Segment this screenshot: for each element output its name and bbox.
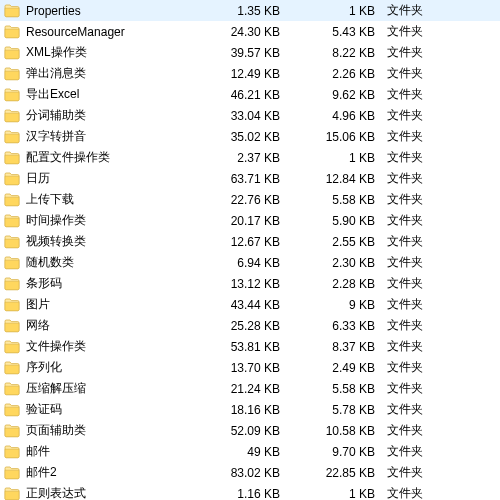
name-cell: 随机数类 [4,254,192,271]
file-row[interactable]: 分词辅助类33.04 KB4.96 KB文件夹 [0,105,500,126]
size-cell-2: 8.37 KB [292,340,387,354]
size-cell-1: 46.21 KB [192,88,292,102]
file-row[interactable]: 汉字转拼音35.02 KB15.06 KB文件夹 [0,126,500,147]
size-cell-1: 83.02 KB [192,466,292,480]
size-cell-2: 1 KB [292,4,387,18]
size-cell-1: 22.76 KB [192,193,292,207]
file-row[interactable]: 网络25.28 KB6.33 KB文件夹 [0,315,500,336]
file-row[interactable]: 序列化13.70 KB2.49 KB文件夹 [0,357,500,378]
size-cell-1: 12.67 KB [192,235,292,249]
type-cell: 文件夹 [387,275,457,292]
name-cell: 汉字转拼音 [4,128,192,145]
name-cell: 导出Excel [4,86,192,103]
file-row[interactable]: 压缩解压缩21.24 KB5.58 KB文件夹 [0,378,500,399]
file-name: 网络 [26,317,50,334]
size-cell-2: 1 KB [292,151,387,165]
file-row[interactable]: 上传下载22.76 KB5.58 KB文件夹 [0,189,500,210]
type-cell: 文件夹 [387,464,457,481]
type-cell: 文件夹 [387,2,457,19]
type-cell: 文件夹 [387,23,457,40]
name-cell: 页面辅助类 [4,422,192,439]
folder-icon [4,192,20,208]
file-row[interactable]: XML操作类39.57 KB8.22 KB文件夹 [0,42,500,63]
file-name: Properties [26,4,81,18]
type-cell: 文件夹 [387,65,457,82]
file-name: 压缩解压缩 [26,380,86,397]
file-row[interactable]: 文件操作类53.81 KB8.37 KB文件夹 [0,336,500,357]
size-cell-1: 13.70 KB [192,361,292,375]
size-cell-1: 33.04 KB [192,109,292,123]
file-row[interactable]: 弹出消息类12.49 KB2.26 KB文件夹 [0,63,500,84]
file-row[interactable]: 时间操作类20.17 KB5.90 KB文件夹 [0,210,500,231]
folder-icon [4,66,20,82]
type-cell: 文件夹 [387,191,457,208]
file-name: 验证码 [26,401,62,418]
file-row[interactable]: 正则表达式1.16 KB1 KB文件夹 [0,483,500,500]
file-row[interactable]: 导出Excel46.21 KB9.62 KB文件夹 [0,84,500,105]
folder-icon [4,45,20,61]
name-cell: 网络 [4,317,192,334]
file-row[interactable]: 视频转换类12.67 KB2.55 KB文件夹 [0,231,500,252]
folder-icon [4,3,20,19]
size-cell-2: 10.58 KB [292,424,387,438]
name-cell: 文件操作类 [4,338,192,355]
name-cell: 日历 [4,170,192,187]
file-name: 邮件2 [26,464,57,481]
size-cell-2: 9.70 KB [292,445,387,459]
name-cell: 配置文件操作类 [4,149,192,166]
type-cell: 文件夹 [387,296,457,313]
file-name: 时间操作类 [26,212,86,229]
folder-icon [4,381,20,397]
file-row[interactable]: 图片43.44 KB9 KB文件夹 [0,294,500,315]
name-cell: 视频转换类 [4,233,192,250]
size-cell-1: 35.02 KB [192,130,292,144]
size-cell-1: 18.16 KB [192,403,292,417]
folder-icon [4,297,20,313]
size-cell-1: 13.12 KB [192,277,292,291]
name-cell: Properties [4,3,192,19]
folder-icon [4,360,20,376]
folder-icon [4,234,20,250]
type-cell: 文件夹 [387,443,457,460]
size-cell-2: 9 KB [292,298,387,312]
file-row[interactable]: 邮件283.02 KB22.85 KB文件夹 [0,462,500,483]
type-cell: 文件夹 [387,86,457,103]
file-row[interactable]: ResourceManager24.30 KB5.43 KB文件夹 [0,21,500,42]
file-name: 汉字转拼音 [26,128,86,145]
file-row[interactable]: 条形码13.12 KB2.28 KB文件夹 [0,273,500,294]
size-cell-1: 63.71 KB [192,172,292,186]
file-name: ResourceManager [26,25,125,39]
size-cell-2: 4.96 KB [292,109,387,123]
folder-icon [4,255,20,271]
type-cell: 文件夹 [387,401,457,418]
type-cell: 文件夹 [387,44,457,61]
file-row[interactable]: 页面辅助类52.09 KB10.58 KB文件夹 [0,420,500,441]
size-cell-2: 6.33 KB [292,319,387,333]
file-name: 随机数类 [26,254,74,271]
size-cell-1: 39.57 KB [192,46,292,60]
file-name: 日历 [26,170,50,187]
file-list: Properties1.35 KB1 KB文件夹 ResourceManager… [0,0,500,500]
file-row[interactable]: 随机数类6.94 KB2.30 KB文件夹 [0,252,500,273]
size-cell-1: 1.16 KB [192,487,292,501]
size-cell-2: 2.49 KB [292,361,387,375]
file-name: 弹出消息类 [26,65,86,82]
size-cell-1: 21.24 KB [192,382,292,396]
size-cell-2: 5.90 KB [292,214,387,228]
size-cell-1: 49 KB [192,445,292,459]
size-cell-2: 5.58 KB [292,193,387,207]
name-cell: 图片 [4,296,192,313]
file-row[interactable]: 日历63.71 KB12.84 KB文件夹 [0,168,500,189]
name-cell: 条形码 [4,275,192,292]
file-row[interactable]: Properties1.35 KB1 KB文件夹 [0,0,500,21]
folder-icon [4,129,20,145]
type-cell: 文件夹 [387,380,457,397]
file-row[interactable]: 邮件49 KB9.70 KB文件夹 [0,441,500,462]
file-row[interactable]: 验证码18.16 KB5.78 KB文件夹 [0,399,500,420]
name-cell: 分词辅助类 [4,107,192,124]
folder-icon [4,213,20,229]
size-cell-2: 22.85 KB [292,466,387,480]
file-name: 分词辅助类 [26,107,86,124]
type-cell: 文件夹 [387,338,457,355]
file-row[interactable]: 配置文件操作类2.37 KB1 KB文件夹 [0,147,500,168]
